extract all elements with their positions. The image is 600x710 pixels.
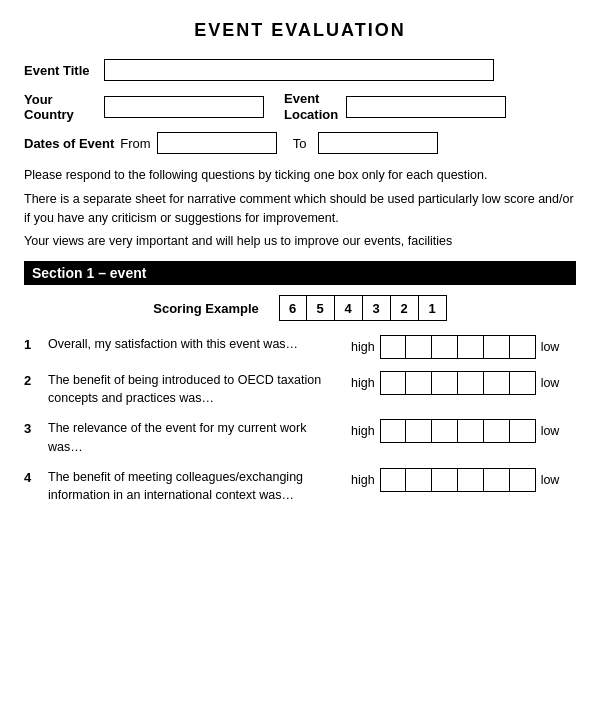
- score-5: 5: [307, 295, 335, 321]
- instruction-1: Please respond to the following question…: [24, 166, 576, 185]
- instruction-3: Your views are very important and will h…: [24, 232, 576, 251]
- q-1-box-3[interactable]: [432, 335, 458, 359]
- score-1: 1: [419, 295, 447, 321]
- q-2-box-2[interactable]: [406, 371, 432, 395]
- instructions-block: Please respond to the following question…: [24, 166, 576, 251]
- q-low-label-1: low: [541, 340, 560, 354]
- location-input[interactable]: [346, 96, 506, 118]
- to-label: To: [293, 136, 307, 151]
- page-title: EVENT EVALUATION: [24, 20, 576, 41]
- q-1-box-1[interactable]: [380, 335, 406, 359]
- q-1-box-6[interactable]: [510, 335, 536, 359]
- q-low-label-3: low: [541, 424, 560, 438]
- q-text-3: The relevance of the event for my curren…: [48, 419, 346, 455]
- q-2-box-4[interactable]: [458, 371, 484, 395]
- dates-of-event-label: Dates of Event: [24, 136, 114, 151]
- date-from-input[interactable]: [157, 132, 277, 154]
- event-title-input[interactable]: [104, 59, 494, 81]
- q-2-box-5[interactable]: [484, 371, 510, 395]
- q-4-box-2[interactable]: [406, 468, 432, 492]
- q-3-box-3[interactable]: [432, 419, 458, 443]
- question-row-1: 1Overall, my satisfaction with this even…: [24, 335, 576, 359]
- question-row-4: 4The benefit of meeting colleagues/excha…: [24, 468, 576, 504]
- q-rating-boxes-2[interactable]: [380, 371, 536, 395]
- country-input[interactable]: [104, 96, 264, 118]
- section1-header: Section 1 – event: [24, 261, 576, 285]
- q-2-box-6[interactable]: [510, 371, 536, 395]
- question-row-2: 2The benefit of being introduced to OECD…: [24, 371, 576, 407]
- q-4-box-6[interactable]: [510, 468, 536, 492]
- q-text-4: The benefit of meeting colleagues/exchan…: [48, 468, 346, 504]
- instruction-2: There is a separate sheet for narrative …: [24, 190, 576, 228]
- q-number-1: 1: [24, 335, 42, 352]
- q-4-box-1[interactable]: [380, 468, 406, 492]
- q-high-label-1: high: [351, 340, 375, 354]
- q-1-box-4[interactable]: [458, 335, 484, 359]
- from-label: From: [120, 136, 150, 151]
- q-rating-boxes-3[interactable]: [380, 419, 536, 443]
- q-rating-3: highlow: [346, 419, 576, 443]
- q-3-box-2[interactable]: [406, 419, 432, 443]
- q-3-box-1[interactable]: [380, 419, 406, 443]
- q-number-2: 2: [24, 371, 42, 388]
- q-1-box-5[interactable]: [484, 335, 510, 359]
- event-location-label: Event Location: [284, 91, 338, 122]
- q-text-1: Overall, my satisfaction with this event…: [48, 335, 346, 353]
- q-text-2: The benefit of being introduced to OECD …: [48, 371, 346, 407]
- q-rating-boxes-1[interactable]: [380, 335, 536, 359]
- q-1-box-2[interactable]: [406, 335, 432, 359]
- q-2-box-1[interactable]: [380, 371, 406, 395]
- your-country-label: Your Country: [24, 92, 104, 122]
- scoring-label: Scoring Example: [153, 301, 258, 316]
- q-4-box-4[interactable]: [458, 468, 484, 492]
- question-row-3: 3The relevance of the event for my curre…: [24, 419, 576, 455]
- q-3-box-4[interactable]: [458, 419, 484, 443]
- date-to-input[interactable]: [318, 132, 438, 154]
- score-4: 4: [335, 295, 363, 321]
- q-rating-2: highlow: [346, 371, 576, 395]
- score-2: 2: [391, 295, 419, 321]
- q-rating-4: highlow: [346, 468, 576, 492]
- q-high-label-4: high: [351, 473, 375, 487]
- event-title-label: Event Title: [24, 63, 104, 78]
- q-rating-boxes-4[interactable]: [380, 468, 536, 492]
- q-3-box-5[interactable]: [484, 419, 510, 443]
- q-rating-1: highlow: [346, 335, 576, 359]
- scoring-example-row: Scoring Example 6 5 4 3 2 1: [24, 295, 576, 321]
- q-4-box-5[interactable]: [484, 468, 510, 492]
- score-6: 6: [279, 295, 307, 321]
- q-4-box-3[interactable]: [432, 468, 458, 492]
- questions-container: 1Overall, my satisfaction with this even…: [24, 335, 576, 504]
- q-2-box-3[interactable]: [432, 371, 458, 395]
- q-number-4: 4: [24, 468, 42, 485]
- q-low-label-4: low: [541, 473, 560, 487]
- q-low-label-2: low: [541, 376, 560, 390]
- q-high-label-3: high: [351, 424, 375, 438]
- score-boxes: 6 5 4 3 2 1: [279, 295, 447, 321]
- q-3-box-6[interactable]: [510, 419, 536, 443]
- score-3: 3: [363, 295, 391, 321]
- q-number-3: 3: [24, 419, 42, 436]
- q-high-label-2: high: [351, 376, 375, 390]
